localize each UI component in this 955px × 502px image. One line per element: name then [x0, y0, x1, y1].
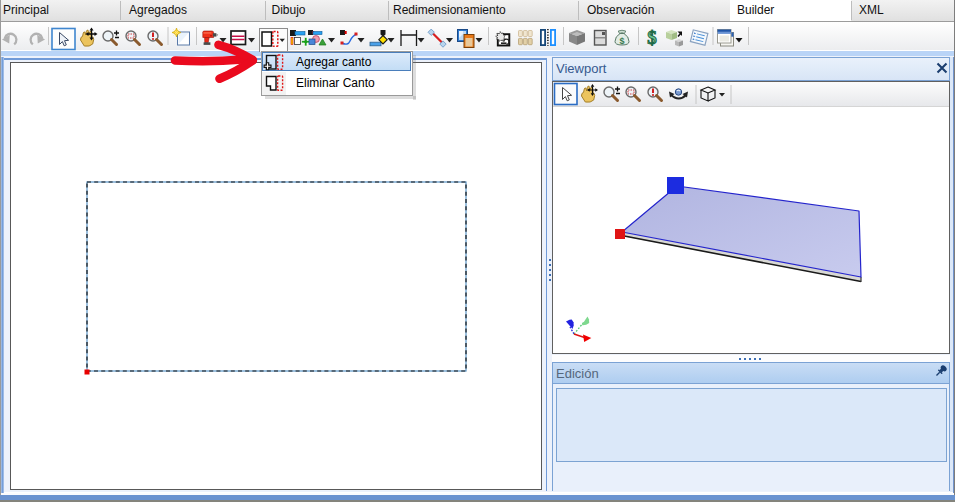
- svg-text:$: $: [619, 36, 624, 46]
- svg-text:$: $: [647, 27, 657, 48]
